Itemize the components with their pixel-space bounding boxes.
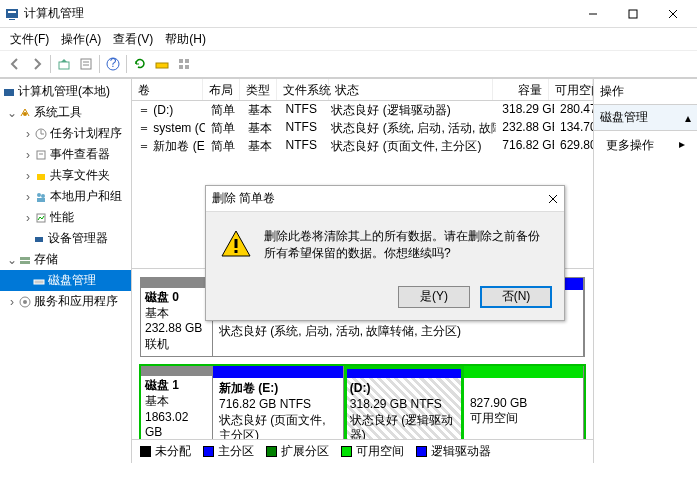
svg-rect-7	[59, 62, 69, 69]
tree-systools[interactable]: ⌄系统工具	[0, 102, 131, 123]
col-fs[interactable]: 文件系统	[277, 79, 329, 100]
svg-rect-30	[35, 237, 43, 242]
actions-title: 操作	[594, 79, 697, 105]
col-volume[interactable]: 卷	[132, 79, 203, 100]
close-button[interactable]	[653, 0, 693, 28]
warning-icon	[220, 228, 252, 260]
svg-rect-23	[37, 151, 45, 159]
svg-rect-14	[179, 59, 183, 63]
legend-unalloc: 未分配	[155, 443, 191, 460]
svg-rect-8	[81, 59, 91, 69]
disk-view-icon[interactable]	[151, 53, 173, 75]
svg-text:?: ?	[110, 57, 117, 70]
legend-extended: 扩展分区	[281, 443, 329, 460]
menu-help[interactable]: 帮助(H)	[159, 29, 212, 50]
legend: 未分配 主分区 扩展分区 可用空间 逻辑驱动器	[132, 439, 593, 463]
disk-header: 磁盘 0基本232.88 GB联机	[141, 278, 213, 356]
svg-rect-1	[8, 11, 16, 13]
volume-row[interactable]: ＝ 新加卷 (E:)简单基本NTFS状态良好 (页面文件, 主分区)716.82…	[132, 137, 593, 155]
svg-rect-15	[185, 59, 189, 63]
svg-rect-38	[235, 239, 238, 248]
col-status[interactable]: 状态	[329, 79, 494, 100]
minimize-button[interactable]	[573, 0, 613, 28]
partition-e[interactable]: 新加卷 (E:)716.82 GB NTFS状态良好 (页面文件, 主分区)	[213, 366, 344, 439]
chevron-up-icon: ▴	[685, 111, 691, 125]
menu-file[interactable]: 文件(F)	[4, 29, 55, 50]
more-actions[interactable]: 更多操作▸	[594, 131, 697, 160]
col-layout[interactable]: 布局	[203, 79, 240, 100]
svg-rect-28	[37, 198, 45, 202]
tree-devmgr[interactable]: 设备管理器	[0, 228, 131, 249]
menu-action[interactable]: 操作(A)	[55, 29, 107, 50]
chevron-right-icon: ▸	[679, 137, 685, 154]
volume-row[interactable]: ＝ (D:)简单基本NTFS状态良好 (逻辑驱动器)318.29 GB280.4…	[132, 101, 593, 119]
legend-primary: 主分区	[218, 443, 254, 460]
tree-shares[interactable]: ›共享文件夹	[0, 165, 131, 186]
col-type[interactable]: 类型	[240, 79, 277, 100]
dialog-title: 删除 简单卷	[212, 190, 548, 207]
volume-list-header: 卷 布局 类型 文件系统 状态 容量 可用空间	[132, 79, 593, 101]
disk-1[interactable]: 磁盘 1基本1863.02 GB联机 新加卷 (E:)716.82 GB NTF…	[140, 365, 585, 439]
title-bar: 计算机管理	[0, 0, 697, 28]
help-icon[interactable]: ?	[102, 53, 124, 75]
disk-header: 磁盘 1基本1863.02 GB联机	[141, 366, 213, 439]
svg-rect-4	[629, 10, 637, 18]
tree-events[interactable]: ›事件查看器	[0, 144, 131, 165]
partition-d[interactable]: (D:)318.29 GB NTFS状态良好 (逻辑驱动器)	[344, 366, 464, 439]
tree-storage[interactable]: ⌄存储	[0, 249, 131, 270]
tree-services[interactable]: ›服务和应用程序	[0, 291, 131, 312]
dialog-close-icon[interactable]	[548, 194, 558, 204]
svg-point-35	[23, 300, 27, 304]
menu-bar: 文件(F) 操作(A) 查看(V) 帮助(H)	[0, 28, 697, 50]
collapse-icon[interactable]: ⌄	[6, 253, 18, 267]
collapse-icon[interactable]: ⌄	[6, 106, 18, 120]
up-icon[interactable]	[53, 53, 75, 75]
confirm-dialog: 删除 简单卷 删除此卷将清除其上的所有数据。请在删除之前备份所有希望保留的数据。…	[205, 185, 565, 321]
svg-rect-25	[37, 174, 45, 180]
tree-perf[interactable]: ›性能	[0, 207, 131, 228]
refresh-icon[interactable]	[129, 53, 151, 75]
app-icon	[4, 6, 20, 22]
tree-scheduler[interactable]: ›任务计划程序	[0, 123, 131, 144]
svg-rect-0	[6, 9, 18, 18]
maximize-button[interactable]	[613, 0, 653, 28]
menu-view[interactable]: 查看(V)	[107, 29, 159, 50]
svg-rect-33	[34, 280, 44, 284]
legend-free: 可用空间	[356, 443, 404, 460]
svg-rect-18	[4, 89, 14, 96]
forward-icon[interactable]	[26, 53, 48, 75]
svg-rect-16	[179, 65, 183, 69]
legend-logical: 逻辑驱动器	[431, 443, 491, 460]
tree-diskmgmt[interactable]: 磁盘管理	[0, 270, 131, 291]
settings-view-icon[interactable]	[173, 53, 195, 75]
svg-point-26	[37, 193, 41, 197]
volume-row[interactable]: ＝ system (C:)简单基本NTFS状态良好 (系统, 启动, 活动, 故…	[132, 119, 593, 137]
no-button[interactable]: 否(N)	[480, 286, 552, 308]
dialog-message: 删除此卷将清除其上的所有数据。请在删除之前备份所有希望保留的数据。你想继续吗?	[264, 228, 550, 262]
svg-point-27	[41, 194, 45, 198]
svg-rect-2	[9, 19, 15, 20]
navigation-tree: 计算机管理(本地) ⌄系统工具 ›任务计划程序 ›事件查看器 ›共享文件夹 ›本…	[0, 79, 132, 463]
svg-rect-31	[20, 257, 30, 260]
actions-panel: 操作 磁盘管理▴ 更多操作▸	[593, 79, 697, 463]
tree-users[interactable]: ›本地用户和组	[0, 186, 131, 207]
svg-rect-32	[20, 261, 30, 264]
svg-rect-13	[156, 63, 168, 68]
actions-context[interactable]: 磁盘管理▴	[594, 105, 697, 131]
svg-point-19	[23, 112, 27, 116]
window-title: 计算机管理	[24, 5, 573, 22]
col-capacity[interactable]: 容量	[493, 79, 549, 100]
properties-icon[interactable]	[75, 53, 97, 75]
svg-rect-39	[235, 250, 238, 253]
partition-free[interactable]: 827.90 GB可用空间	[464, 366, 584, 439]
col-free[interactable]: 可用空间	[549, 79, 593, 100]
svg-rect-17	[185, 65, 189, 69]
yes-button[interactable]: 是(Y)	[398, 286, 470, 308]
back-icon[interactable]	[4, 53, 26, 75]
tree-root[interactable]: 计算机管理(本地)	[0, 81, 131, 102]
toolbar: ?	[0, 50, 697, 78]
